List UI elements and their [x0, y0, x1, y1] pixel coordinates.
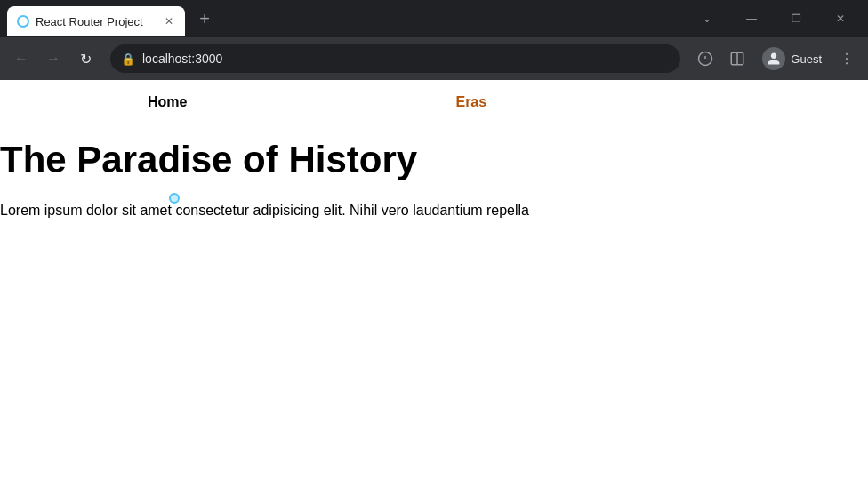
- split-view-button[interactable]: [723, 44, 751, 73]
- home-nav-link[interactable]: Home: [133, 91, 201, 114]
- tab-title: React Router Project: [36, 15, 157, 28]
- address-bar[interactable]: 🔒 localhost:3000: [110, 44, 680, 73]
- page-heading: The Paradise of History: [0, 139, 868, 181]
- address-bar-area: ← → ↻ 🔒 localhost:3000: [0, 37, 868, 80]
- reload-button[interactable]: ↻: [71, 44, 100, 73]
- new-tab-button[interactable]: +: [192, 6, 217, 31]
- page-body-text: Lorem ipsum dolor sit amet consectetur a…: [0, 199, 868, 222]
- svg-point-4: [846, 58, 848, 60]
- profile-name: Guest: [791, 52, 822, 66]
- tab-bar: React Router Project ✕ + ⌄ — ❐ ✕: [0, 0, 868, 37]
- window-controls: ⌄ — ❐ ✕: [687, 4, 861, 33]
- active-tab[interactable]: React Router Project ✕: [7, 6, 185, 36]
- window-close-button[interactable]: ✕: [820, 4, 861, 33]
- more-options-button[interactable]: [832, 44, 861, 73]
- svg-point-3: [846, 53, 848, 55]
- eras-nav-link[interactable]: Eras: [441, 91, 501, 114]
- avatar: [762, 47, 785, 70]
- shield-icon-button[interactable]: [691, 44, 719, 73]
- page-content: Home Eras The Paradise of History Lorem …: [0, 80, 868, 488]
- back-button[interactable]: ←: [7, 44, 36, 73]
- window-more-tabs-button[interactable]: ⌄: [687, 4, 727, 33]
- page-main: The Paradise of History Lorem ipsum dolo…: [0, 121, 868, 222]
- window-minimize-button[interactable]: —: [731, 4, 772, 33]
- tab-close-button[interactable]: ✕: [162, 14, 176, 28]
- forward-button[interactable]: →: [39, 44, 68, 73]
- profile-button[interactable]: Guest: [755, 45, 829, 72]
- toolbar-icons: Guest: [691, 44, 861, 73]
- svg-point-5: [846, 62, 848, 64]
- url-text: localhost:3000: [142, 52, 670, 66]
- tab-favicon-icon: [16, 14, 30, 28]
- nav-menu: Home Eras: [0, 80, 868, 121]
- lock-icon: 🔒: [121, 52, 135, 66]
- window-maximize-button[interactable]: ❐: [776, 4, 816, 33]
